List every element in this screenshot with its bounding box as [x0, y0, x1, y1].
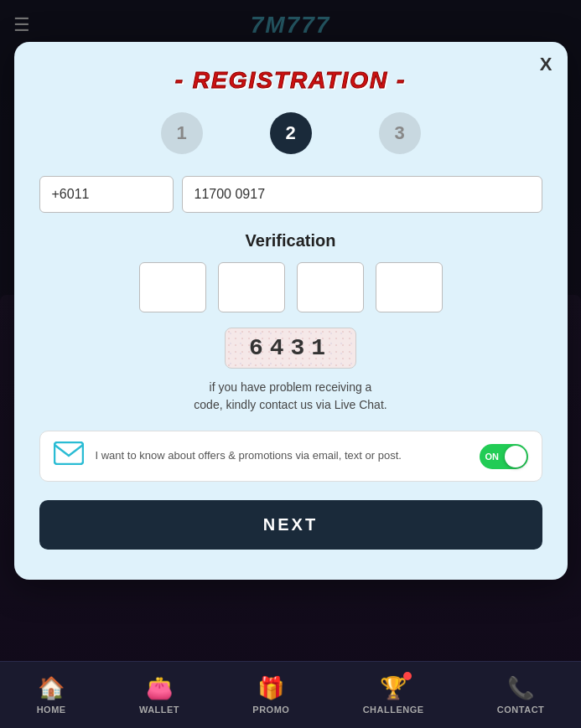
- nav-promo-label: PROMO: [252, 705, 289, 715]
- nav-contact-label: CONTACT: [497, 705, 544, 715]
- nav-wallet[interactable]: 👛 WALLET: [131, 670, 188, 720]
- mail-icon: [54, 441, 84, 471]
- step-1[interactable]: 1: [161, 112, 203, 154]
- close-button[interactable]: X: [540, 54, 552, 75]
- nav-home[interactable]: 🏠 HOME: [29, 670, 75, 720]
- otp-digit-4[interactable]: [376, 262, 443, 312]
- wallet-icon: 👛: [146, 675, 173, 701]
- step-3[interactable]: 3: [379, 112, 421, 154]
- phone-number-input[interactable]: [182, 176, 542, 213]
- promo-row: I want to know about offers & promotions…: [39, 431, 542, 482]
- captcha-display: 6431: [225, 328, 356, 369]
- nav-home-label: HOME: [37, 705, 66, 715]
- step-indicators: 1 2 3: [39, 112, 542, 154]
- nav-challenge[interactable]: 🏆 CHALLENGE: [355, 670, 433, 720]
- verification-label: Verification: [39, 231, 542, 250]
- nav-challenge-label: CHALLENGE: [363, 705, 424, 715]
- bottom-navigation: 🏠 HOME 👛 WALLET 🎁 PROMO 🏆 CHALLENGE 📞 CO…: [0, 661, 581, 728]
- otp-digit-1[interactable]: [139, 262, 206, 312]
- nav-contact[interactable]: 📞 CONTACT: [489, 670, 552, 720]
- challenge-icon: 🏆: [380, 675, 407, 701]
- phone-row: [39, 176, 542, 213]
- otp-digit-3[interactable]: [297, 262, 364, 312]
- registration-modal: X - REGISTRATION - 1 2 3 Verification 64…: [14, 42, 568, 580]
- captcha-area: 6431: [39, 328, 542, 369]
- nav-wallet-label: WALLET: [139, 705, 179, 715]
- promo-icon: 🎁: [257, 675, 284, 701]
- contact-icon: 📞: [507, 675, 534, 701]
- home-icon: 🏠: [38, 675, 65, 701]
- step-2[interactable]: 2: [270, 112, 312, 154]
- problem-text: if you have problem receiving a code, ki…: [39, 379, 542, 414]
- svg-rect-0: [54, 442, 83, 464]
- phone-prefix-input[interactable]: [39, 176, 174, 213]
- modal-title: - REGISTRATION -: [39, 67, 542, 94]
- next-button[interactable]: NEXT: [39, 500, 542, 550]
- promo-toggle[interactable]: ON: [480, 444, 528, 469]
- otp-digit-2[interactable]: [218, 262, 285, 312]
- otp-input-row: [39, 262, 542, 312]
- promo-description: I want to know about offers & promotions…: [96, 448, 468, 463]
- nav-promo[interactable]: 🎁 PROMO: [244, 670, 298, 720]
